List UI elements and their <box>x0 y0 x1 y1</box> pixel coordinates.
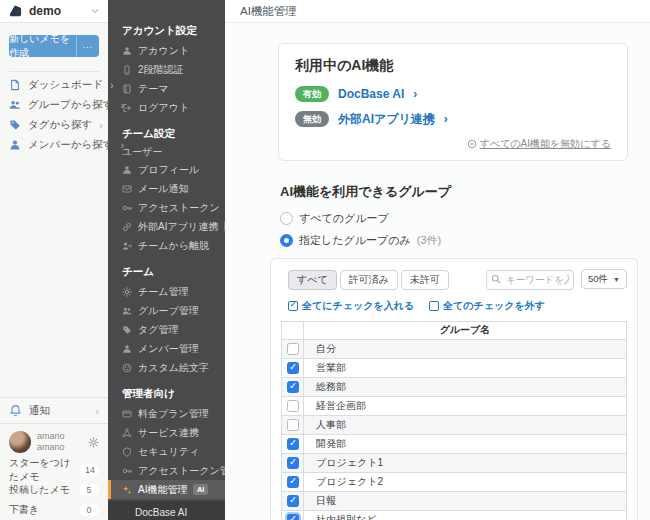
new-memo-button[interactable]: 新しいメモを作成 <box>9 35 76 57</box>
active-ai-features-card: 利用中のAI機能 有効DocBase AI›無効外部AIアプリ連携› すべてのA… <box>278 43 628 161</box>
status-badge: 無効 <box>295 111 329 127</box>
new-memo-more-button[interactable]: ... <box>76 35 99 57</box>
settings-item[interactable]: メール通知 <box>108 179 225 198</box>
disable-all-link[interactable]: すべてのAI機能を無効にする <box>467 137 611 151</box>
settings-item[interactable]: プロフィール <box>108 160 225 179</box>
settings-item-label: 2段階認証 <box>138 63 184 77</box>
settings-item[interactable]: 料金プラン管理 <box>108 404 225 423</box>
person-icon <box>122 46 132 56</box>
chevron-right-icon: › <box>413 87 417 101</box>
page-header: AI機能管理 <box>225 0 650 23</box>
group-name: 人事部 <box>304 415 627 434</box>
stat-item[interactable]: スターをつけたメモ14 <box>0 460 108 480</box>
group-checkbox[interactable] <box>287 514 299 520</box>
group-name: 営業部 <box>304 358 627 377</box>
sidebar-item-document[interactable]: ダッシュボード› <box>0 75 108 95</box>
settings-item[interactable]: AI機能管理AI <box>108 480 225 499</box>
search-icon <box>491 274 501 284</box>
stat-label: 投稿したメモ <box>9 483 70 497</box>
settings-item[interactable]: アカウント <box>108 41 225 60</box>
emoji-icon <box>122 363 132 373</box>
settings-item[interactable]: ログアウト <box>108 98 225 117</box>
group-name: プロジェクト2 <box>304 472 627 491</box>
uncheck-all-label: 全てのチェックを外す <box>443 299 545 313</box>
document-icon <box>9 79 21 91</box>
settings-item[interactable]: テーマ <box>108 79 225 98</box>
checkbox-cell <box>282 339 304 358</box>
settings-section: チームチーム管理グループ管理タグ管理メンバー管理カスタム絵文字 <box>108 265 225 377</box>
check-all-link[interactable]: 全てにチェックを入れる <box>288 299 414 313</box>
uncheck-all-link[interactable]: 全てのチェックを外す <box>429 299 545 313</box>
settings-section-header: チーム <box>108 265 225 282</box>
settings-section-header: 管理者向け <box>108 387 225 404</box>
settings-item[interactable]: チームから離脱 <box>108 236 225 255</box>
filter-tab[interactable]: 未許可 <box>401 270 449 290</box>
person-icon <box>122 165 132 175</box>
group-checkbox[interactable] <box>287 400 299 412</box>
user-profile[interactable]: amano amano <box>0 424 108 460</box>
settings-item-label: サービス連携 <box>138 426 199 440</box>
group-checkbox[interactable] <box>287 381 299 393</box>
stat-item[interactable]: 下書き0 <box>0 500 108 520</box>
workspace-header[interactable]: demo <box>0 0 108 23</box>
settings-item[interactable]: タグ管理 <box>108 320 225 339</box>
sidebar-item-member[interactable]: メンバーから探す› <box>0 135 108 155</box>
settings-item[interactable]: 2段階認証 <box>108 60 225 79</box>
group-scope-radios: すべてのグループ指定したグループのみ(3件) <box>270 211 638 248</box>
table-row: プロジェクト2 <box>282 472 627 491</box>
settings-item[interactable]: サービス連携 <box>108 423 225 442</box>
table-header-row: グループ名 <box>282 321 627 339</box>
key-icon <box>122 466 132 476</box>
group-checkbox[interactable] <box>287 495 299 507</box>
sidebar-item-group[interactable]: グループから探す› <box>0 95 108 115</box>
scope-radio[interactable]: 指定したグループのみ(3件) <box>280 233 638 248</box>
card-title: 利用中のAI機能 <box>295 57 611 75</box>
sidebar-item-tags[interactable]: タグから探す› <box>0 115 108 135</box>
notifications-item[interactable]: 通知 › <box>0 397 108 424</box>
filter-tab[interactable]: すべて <box>288 270 337 290</box>
stat-item[interactable]: 投稿したメモ5 <box>0 480 108 500</box>
settings-item-label: プロフィール <box>138 163 199 177</box>
chevron-right-icon: › <box>120 99 124 111</box>
feature-link[interactable]: DocBase AI <box>338 87 404 101</box>
table-row: 営業部 <box>282 358 627 377</box>
gear-icon <box>122 287 132 297</box>
settings-item-label: アクセストークン <box>138 201 220 215</box>
settings-item[interactable]: カスタム絵文字 <box>108 358 225 377</box>
checkbox-cell <box>282 510 304 520</box>
sidebar-item-label: ダッシュボード <box>28 78 103 92</box>
settings-item[interactable]: アクセストークン管理 <box>108 461 225 480</box>
settings-item-label: テーマ <box>138 82 168 96</box>
group-checkbox[interactable] <box>287 476 299 488</box>
group-checkbox[interactable] <box>287 362 299 374</box>
group-checkbox[interactable] <box>287 457 299 469</box>
settings-item[interactable]: グループ管理 <box>108 301 225 320</box>
settings-item[interactable]: 外部AIアプリ連携AI <box>108 217 225 236</box>
filter-tab[interactable]: 許可済み <box>340 270 398 290</box>
chevron-right-icon: › <box>95 405 99 417</box>
settings-item[interactable]: アクセストークン <box>108 198 225 217</box>
checkbox-cell <box>282 472 304 491</box>
gear-icon[interactable] <box>88 437 99 448</box>
tags-icon <box>9 119 21 131</box>
feature-link[interactable]: 外部AIアプリ連携 <box>338 111 435 128</box>
group-checkbox[interactable] <box>287 419 299 431</box>
member-icon <box>122 344 132 354</box>
settings-item[interactable]: チーム管理 <box>108 282 225 301</box>
table-row: 日報 <box>282 491 627 510</box>
per-page-select[interactable]: 50件 ▼ <box>581 269 627 289</box>
settings-section: 管理者向け料金プラン管理サービス連携セキュリティアクセストークン管理AI機能管理… <box>108 387 225 520</box>
scope-radio[interactable]: すべてのグループ <box>280 211 638 226</box>
group-checkbox[interactable] <box>287 343 299 355</box>
chevron-right-icon: › <box>444 112 448 126</box>
radio-button[interactable] <box>280 234 293 247</box>
settings-item[interactable]: メンバー管理 <box>108 339 225 358</box>
settings-item-label: タグ管理 <box>138 323 178 337</box>
settings-item[interactable]: セキュリティ <box>108 442 225 461</box>
sparkle-icon <box>122 485 132 495</box>
group-checkbox[interactable] <box>287 438 299 450</box>
radio-button[interactable] <box>280 212 293 225</box>
check-links: 全てにチェックを入れる 全てのチェックを外す <box>281 299 627 313</box>
settings-item[interactable]: DocBase AI <box>108 501 225 520</box>
chevron-down-icon[interactable] <box>90 6 100 16</box>
